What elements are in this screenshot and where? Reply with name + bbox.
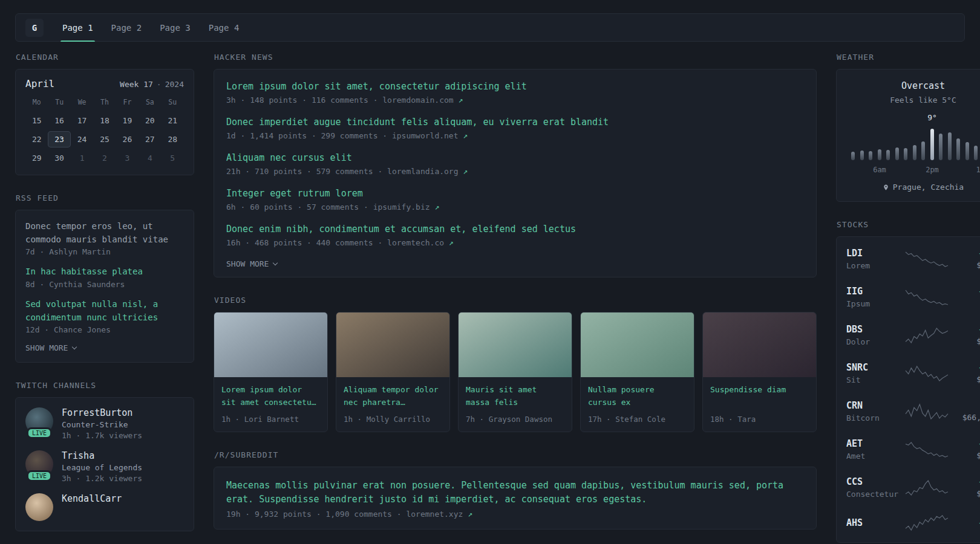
stock-price: $795.18 <box>949 261 980 270</box>
stock-values: +0.51% $165.84 <box>949 477 980 498</box>
calendar-month: April <box>25 78 54 89</box>
weather-location-text: Prague, Czechia <box>893 183 964 192</box>
hn-story-title[interactable]: Donec imperdiet augue tincidunt felis al… <box>226 117 804 128</box>
rss-item-title[interactable]: Donec tempor eros leo, ut commodo mauris… <box>25 220 184 246</box>
channel-name[interactable]: KendallCarr <box>62 493 122 504</box>
video-card[interactable]: Mauris sit amet massa felis 7h · Grayson… <box>458 312 572 432</box>
hn-story-domain: loremlandia.org <box>387 167 458 176</box>
hn-story-domain-link[interactable]: loremdomain.com ↗ <box>382 96 463 105</box>
hn-show-more-button[interactable]: SHOW MORE <box>226 259 804 268</box>
video-meta: 17h · Stefan Cole <box>588 415 687 424</box>
subreddit-post: Maecenas mollis pulvinar erat non posuer… <box>226 479 804 519</box>
weather-bar <box>930 129 934 160</box>
weather-bar <box>895 147 899 160</box>
stock-sparkline <box>904 365 949 382</box>
weather-feels-like: Feels like 5°C <box>846 96 980 105</box>
stock-row[interactable]: LDI Lorem +4.35% $795.18 <box>846 240 980 278</box>
page-tab[interactable]: Page 2 <box>102 14 151 41</box>
hn-story-domain-link[interactable]: loremtech.co ↗ <box>387 238 454 247</box>
channel-name[interactable]: Trisha <box>62 450 142 461</box>
stocks-widget: STOCKS LDI Lorem + <box>836 220 980 543</box>
calendar-day: 20 <box>139 112 161 129</box>
channel-meta: 3h · 1.2k viewers <box>62 474 142 483</box>
stock-price: $148.64 <box>949 375 980 384</box>
video-card[interactable]: Suspendisse diam 18h · Tara <box>702 312 817 432</box>
weather-time-label: 6am <box>873 166 886 174</box>
subreddit-post-domain-link[interactable]: loremnet.xyz ↗ <box>406 510 472 519</box>
video-title[interactable]: Suspendisse diam <box>710 384 809 409</box>
twitch-channel-row[interactable]: LIVE ForrestBurton Counter-Strike 1h · 1… <box>25 407 184 440</box>
rss-item-meta: 8d · Cynthia Saunders <box>25 280 184 289</box>
video-title[interactable]: Lorem ipsum dolor sit amet consectetu… <box>221 384 320 409</box>
rss-item-title[interactable]: In hac habitasse platea <box>25 265 184 279</box>
hn-story-domain: ipsumworld.net <box>392 131 459 140</box>
stock-symbol: LDI <box>846 248 904 259</box>
calendar-day-header: Th <box>93 98 116 106</box>
stock-row[interactable]: CRN Bitcorn -1.00% $66,171.48 <box>846 392 980 430</box>
calendar-day: 21 <box>162 112 184 129</box>
stock-name: Consectetur <box>846 490 904 499</box>
weather-bar <box>956 138 960 160</box>
video-card[interactable]: Lorem ipsum dolor sit amet consectetu… 1… <box>214 312 328 432</box>
video-title[interactable]: Mauris sit amet massa felis <box>466 384 564 409</box>
weather-bar <box>886 150 890 160</box>
calendar-day: 5 <box>162 150 184 166</box>
calendar-day: 26 <box>116 131 139 147</box>
weather-time-labels: 6am2pm10pm <box>846 166 980 175</box>
channel-game: Counter-Strike <box>62 420 142 429</box>
hn-story-title[interactable]: Integer eget rutrum lorem <box>226 188 804 199</box>
sparkline-chart <box>904 365 949 382</box>
hn-story-domain-link[interactable]: ipsumify.biz ↗ <box>373 202 440 212</box>
video-thumbnail <box>581 312 694 377</box>
calendar-day: 29 <box>25 150 48 166</box>
stock-sparkline <box>904 251 949 268</box>
stock-row[interactable]: DBS Dolor +1.42% $156.28 <box>846 316 980 354</box>
channel-game: League of Legends <box>62 463 142 472</box>
stock-row[interactable]: IIG Ipsum +2.84% $42.04 <box>846 278 980 316</box>
page-tab[interactable]: Page 4 <box>200 14 249 41</box>
stock-row[interactable]: AHS +0.46% <box>846 507 980 539</box>
page-tab[interactable]: Page 3 <box>151 14 200 41</box>
show-more-label: SHOW MORE <box>226 259 269 268</box>
video-title[interactable]: Aliquam tempor dolor nec pharetra… <box>344 384 442 409</box>
app-logo[interactable]: G <box>25 19 44 37</box>
weather-bar <box>921 141 925 160</box>
separator-dot: · <box>157 80 162 89</box>
video-card[interactable]: Aliquam tempor dolor nec pharetra… 1h · … <box>336 312 450 432</box>
hn-story-domain-link[interactable]: loremlandia.org ↗ <box>387 167 468 176</box>
hn-story-meta-text: 21h · 710 points · 579 comments · <box>226 167 387 176</box>
stock-symbol: CRN <box>846 400 904 411</box>
sparkline-chart <box>904 441 949 458</box>
stock-price: $42.04 <box>949 299 980 308</box>
calendar-day: 28 <box>162 131 184 147</box>
subreddit-post-meta-text: 19h · 9,932 points · 1,090 comments · <box>226 510 406 519</box>
calendar-card: April Week 17·2024 MoTuWeThFrSaSu 151617… <box>15 69 194 175</box>
video-info: Mauris sit amet massa felis 7h · Grayson… <box>459 377 572 432</box>
middle-column: HACKER NEWS Lorem ipsum dolor sit amet, … <box>214 53 817 544</box>
rss-item-title[interactable]: Sed volutpat nulla nisl, a condimentum n… <box>25 298 184 324</box>
stock-symbol: AET <box>846 438 904 449</box>
twitch-channel-row[interactable]: LIVE Trisha League of Legends 3h · 1.2k … <box>25 450 184 483</box>
stock-row[interactable]: AET Amet +0.92% $499.72 <box>846 430 980 468</box>
video-card[interactable]: Nullam posuere cursus ex 17h · Stefan Co… <box>580 312 694 432</box>
hn-story-title[interactable]: Donec enim nibh, condimentum et accumsan… <box>226 224 804 235</box>
channel-name[interactable]: ForrestBurton <box>62 407 142 418</box>
stock-row[interactable]: CCS Consectetur +0.51% $165.84 <box>846 468 980 507</box>
hn-story-title[interactable]: Aliquam nec cursus elit <box>226 152 804 163</box>
subreddit-widget: /R/SUBREDDIT Maecenas mollis pulvinar er… <box>214 450 817 529</box>
channel-info: ForrestBurton Counter-Strike 1h · 1.7k v… <box>62 407 142 440</box>
rss-item-meta: 7d · Ashlyn Martin <box>25 247 184 256</box>
twitch-channel-row[interactable]: KendallCarr <box>25 493 184 521</box>
stock-name: Amet <box>846 452 904 461</box>
stock-row[interactable]: SNRC Sit +1.36% $148.64 <box>846 354 980 392</box>
stock-identity: AET Amet <box>846 438 904 461</box>
rss-show-more-button[interactable]: SHOW MORE <box>25 343 184 352</box>
video-title[interactable]: Nullam posuere cursus ex <box>588 384 687 409</box>
hn-story-title[interactable]: Lorem ipsum dolor sit amet, consectetur … <box>226 81 804 92</box>
hn-story-domain-link[interactable]: ipsumworld.net ↗ <box>392 131 468 140</box>
stock-sparkline <box>904 327 949 344</box>
hn-story-meta-text: 6h · 60 points · 57 comments · <box>226 202 373 212</box>
page-tab[interactable]: Page 1 <box>53 14 102 41</box>
rss-list: Donec tempor eros leo, ut commodo mauris… <box>25 220 184 334</box>
subreddit-post-title[interactable]: Maecenas mollis pulvinar erat non posuer… <box>226 479 804 506</box>
